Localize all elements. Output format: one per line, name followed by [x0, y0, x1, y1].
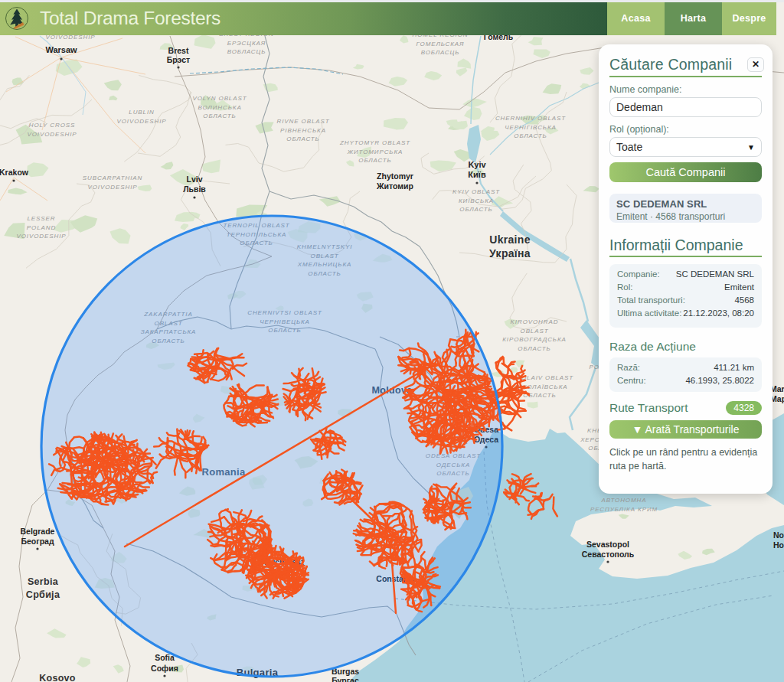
- svg-text:Warsaw: Warsaw: [45, 45, 77, 54]
- svg-text:Україна: Україна: [489, 247, 531, 259]
- svg-text:Ukraine: Ukraine: [489, 233, 530, 246]
- svg-text:РЕСПУБЛІКА КРИМ: РЕСПУБЛІКА КРИМ: [590, 506, 658, 513]
- svg-text:Zhytomyr: Zhytomyr: [377, 171, 413, 181]
- svg-text:Lviv: Lviv: [186, 175, 202, 184]
- svg-text:БРЭСЦКАЯ: БРЭСЦКАЯ: [227, 40, 266, 47]
- svg-text:Serbia: Serbia: [28, 576, 59, 587]
- svg-text:Belgrade: Belgrade: [21, 527, 55, 536]
- svg-text:HOLY CROSS: HOLY CROSS: [29, 122, 76, 129]
- svg-text:Севастополь: Севастополь: [582, 550, 635, 559]
- svg-text:KYIV OBLAST: KYIV OBLAST: [452, 188, 500, 195]
- svg-text:Nov: Nov: [773, 530, 784, 540]
- svg-text:VOIVODESHIP: VOIVODESHIP: [116, 118, 166, 125]
- svg-text:Бургас: Бургас: [332, 676, 359, 682]
- svg-text:POLAND: POLAND: [27, 224, 56, 231]
- svg-text:Нов: Нов: [773, 540, 784, 550]
- svg-text:ЖИТОМИРСЬКА: ЖИТОМИРСЬКА: [347, 148, 403, 155]
- svg-text:АВТОНОМНА: АВТОНОМНА: [601, 497, 647, 504]
- svg-text:ВОБЛАСЦЬ: ВОБЛАСЦЬ: [227, 48, 266, 55]
- svg-text:Kyiv: Kyiv: [468, 160, 486, 169]
- svg-text:ЧЕРНІГІВСЬКА: ЧЕРНІГІВСЬКА: [505, 124, 557, 131]
- svg-text:ZHYTOMYR OBLAST: ZHYTOMYR OBLAST: [339, 139, 410, 146]
- svg-text:КІРОВОГРАДСЬКА: КІРОВОГРАДСЬКА: [502, 336, 567, 343]
- svg-text:ГОМЕЛЬСКАЯ: ГОМЕЛЬСКАЯ: [416, 41, 465, 47]
- svg-text:VOLYN OBLAST: VOLYN OBLAST: [193, 95, 247, 102]
- svg-text:Krakow: Krakow: [0, 168, 29, 177]
- svg-text:Київ: Київ: [468, 170, 486, 179]
- svg-text:Львів: Львів: [183, 184, 206, 194]
- svg-text:Београд: Београд: [21, 537, 54, 546]
- svg-text:КИЇВСЬКА: КИЇВСЬКА: [459, 197, 494, 204]
- svg-text:VOIVODESHIP: VOIVODESHIP: [16, 233, 66, 240]
- svg-text:Kosovo: Kosovo: [39, 673, 76, 682]
- svg-text:Србија: Србија: [26, 589, 60, 600]
- svg-text:SUBCARPATHIAN: SUBCARPATHIAN: [83, 175, 143, 181]
- svg-text:Sevastopol: Sevastopol: [586, 540, 629, 549]
- svg-text:KIROVOHRAD: KIROVOHRAD: [511, 318, 559, 325]
- svg-text:LUBLIN: LUBLIN: [129, 109, 154, 116]
- svg-text:ОБЛАСТЬ: ОБЛАСТЬ: [459, 206, 492, 213]
- svg-text:Brest: Brest: [168, 46, 189, 55]
- svg-text:Брэст: Брэст: [167, 55, 190, 64]
- svg-text:OBLAST: OBLAST: [521, 328, 549, 334]
- svg-text:ОБЛАСТЬ: ОБЛАСТЬ: [358, 157, 391, 164]
- svg-text:RIVNE OBLAST: RIVNE OBLAST: [276, 118, 329, 125]
- svg-text:София: София: [151, 664, 178, 673]
- svg-text:VOIVODESHIP: VOIVODESHIP: [87, 184, 137, 191]
- svg-text:ВОБЛАСЦЬ: ВОБЛАСЦЬ: [421, 49, 460, 56]
- svg-text:ОБЛАСТЬ: ОБЛАСТЬ: [518, 345, 550, 352]
- svg-text:VOIVODESHIP: VOIVODESHIP: [27, 131, 77, 138]
- svg-text:ОБЛАСТЬ: ОБЛАСТЬ: [514, 132, 547, 139]
- svg-text:LESSER: LESSER: [28, 215, 56, 222]
- svg-text:CHERNIHIV OBLAST: CHERNIHIV OBLAST: [495, 115, 566, 122]
- svg-text:Житомир: Житомир: [376, 181, 413, 191]
- svg-text:РІВНЕНСЬКА: РІВНЕНСЬКА: [280, 127, 326, 134]
- svg-text:ОБЛАСТЬ: ОБЛАСТЬ: [286, 135, 319, 142]
- svg-text:ВОЛИНСЬКА: ВОЛИНСЬКА: [198, 104, 241, 111]
- svg-text:ОБЛАСТЬ: ОБЛАСТЬ: [203, 113, 236, 119]
